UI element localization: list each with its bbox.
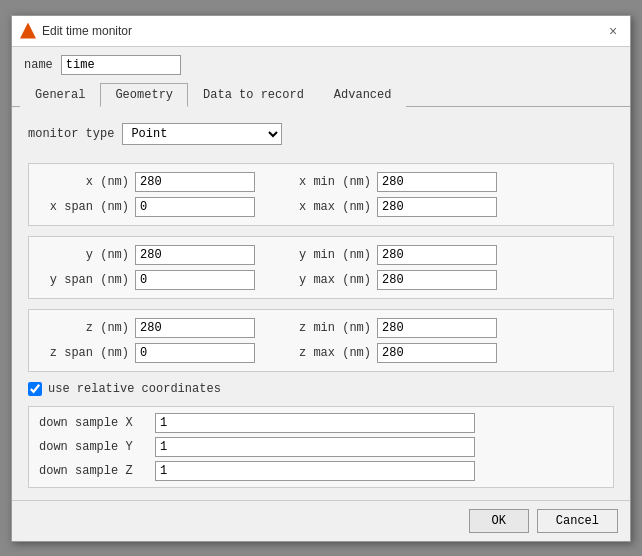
x-max-input[interactable]	[377, 197, 497, 217]
z-input[interactable]	[135, 318, 255, 338]
x-label: x (nm)	[39, 175, 129, 189]
name-row: name	[12, 47, 630, 83]
x-row: x (nm) x min (nm)	[39, 172, 603, 192]
z-row: z (nm) z min (nm)	[39, 318, 603, 338]
name-input[interactable]	[61, 55, 181, 75]
geometry-content: monitor type Point Linear X Linear Y Lin…	[12, 107, 630, 500]
x-span-row: x span (nm) x max (nm)	[39, 197, 603, 217]
x-span-input[interactable]	[135, 197, 255, 217]
x-min-label: x min (nm)	[281, 175, 371, 189]
z-max-label: z max (nm)	[281, 346, 371, 360]
y-span-label: y span (nm)	[39, 273, 129, 287]
titlebar: Edit time monitor ×	[12, 16, 630, 47]
y-max-input[interactable]	[377, 270, 497, 290]
tabs: General Geometry Data to record Advanced	[12, 83, 630, 107]
y-span-input[interactable]	[135, 270, 255, 290]
x-input[interactable]	[135, 172, 255, 192]
z-span-label: z span (nm)	[39, 346, 129, 360]
z-min-input[interactable]	[377, 318, 497, 338]
name-label: name	[24, 58, 53, 72]
monitor-type-row: monitor type Point Linear X Linear Y Lin…	[28, 119, 614, 149]
z-max-input[interactable]	[377, 343, 497, 363]
edit-time-monitor-dialog: Edit time monitor × name General Geometr…	[11, 15, 631, 542]
x-section: x (nm) x min (nm) x span (nm) x max (nm)	[28, 163, 614, 226]
y-min-input[interactable]	[377, 245, 497, 265]
z-min-right: z min (nm)	[281, 318, 497, 338]
y-span-row: y span (nm) y max (nm)	[39, 270, 603, 290]
footer: OK Cancel	[12, 500, 630, 541]
z-section: z (nm) z min (nm) z span (nm) z max (nm)	[28, 309, 614, 372]
downsample-y-row: down sample Y	[39, 437, 603, 457]
y-min-right: y min (nm)	[281, 245, 497, 265]
y-label: y (nm)	[39, 248, 129, 262]
monitor-type-label: monitor type	[28, 127, 114, 141]
x-span-label: x span (nm)	[39, 200, 129, 214]
tab-geometry[interactable]: Geometry	[100, 83, 188, 107]
cancel-button[interactable]: Cancel	[537, 509, 618, 533]
relative-coords-checkbox[interactable]	[28, 382, 42, 396]
relative-coords-label: use relative coordinates	[48, 382, 221, 396]
downsample-x-input[interactable]	[155, 413, 475, 433]
tab-general[interactable]: General	[20, 83, 100, 107]
z-min-label: z min (nm)	[281, 321, 371, 335]
x-min-input[interactable]	[377, 172, 497, 192]
y-max-right: y max (nm)	[281, 270, 497, 290]
x-max-label: x max (nm)	[281, 200, 371, 214]
z-max-right: z max (nm)	[281, 343, 497, 363]
monitor-type-select[interactable]: Point Linear X Linear Y Linear Z 2D X-no…	[122, 123, 282, 145]
x-max-right: x max (nm)	[281, 197, 497, 217]
dialog-title: Edit time monitor	[42, 24, 132, 38]
y-max-label: y max (nm)	[281, 273, 371, 287]
tab-advanced[interactable]: Advanced	[319, 83, 407, 107]
downsample-section: down sample X down sample Y down sample …	[28, 406, 614, 488]
y-row: y (nm) y min (nm)	[39, 245, 603, 265]
downsample-z-input[interactable]	[155, 461, 475, 481]
titlebar-left: Edit time monitor	[20, 23, 132, 39]
z-span-input[interactable]	[135, 343, 255, 363]
downsample-x-label: down sample X	[39, 416, 149, 430]
downsample-z-row: down sample Z	[39, 461, 603, 481]
tab-data-to-record[interactable]: Data to record	[188, 83, 319, 107]
close-button[interactable]: ×	[604, 22, 622, 40]
ok-button[interactable]: OK	[469, 509, 529, 533]
relative-coords-row: use relative coordinates	[28, 382, 614, 396]
z-label: z (nm)	[39, 321, 129, 335]
downsample-y-input[interactable]	[155, 437, 475, 457]
downsample-z-label: down sample Z	[39, 464, 149, 478]
y-min-label: y min (nm)	[281, 248, 371, 262]
downsample-x-row: down sample X	[39, 413, 603, 433]
y-section: y (nm) y min (nm) y span (nm) y max (nm)	[28, 236, 614, 299]
z-span-row: z span (nm) z max (nm)	[39, 343, 603, 363]
app-icon	[20, 23, 36, 39]
y-input[interactable]	[135, 245, 255, 265]
downsample-y-label: down sample Y	[39, 440, 149, 454]
x-min-right: x min (nm)	[281, 172, 497, 192]
